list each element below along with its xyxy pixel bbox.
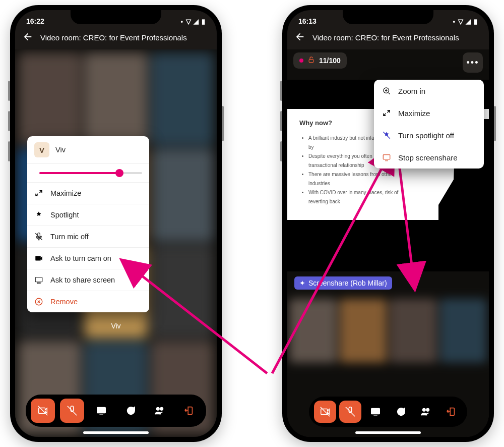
menu-remove[interactable]: Remove — [27, 291, 149, 312]
screenshare-badge-label: Screenshare (Rob Millar) — [308, 279, 387, 287]
status-time: 16:13 — [298, 17, 317, 25]
svg-point-3 — [132, 410, 133, 411]
menu-zoom-in-label: Zoom in — [398, 87, 425, 95]
menu-turn-mic-off[interactable]: Turn mic off — [27, 226, 149, 247]
svg-point-11 — [402, 411, 403, 412]
menu-spotlight[interactable]: Spotlight — [27, 204, 149, 226]
people-button[interactable] — [415, 401, 437, 423]
menu-maximize[interactable]: Maximize — [27, 182, 149, 204]
screenshare-badge[interactable]: ✦ Screenshare (Rob Millar) — [294, 276, 392, 290]
recording-dot-icon — [299, 59, 303, 63]
menu-maximize[interactable]: Maximize — [374, 102, 484, 124]
menu-maximize-label: Maximize — [398, 109, 430, 118]
volume-slider[interactable] — [39, 172, 142, 174]
home-indicator — [355, 431, 421, 434]
svg-point-4 — [157, 408, 160, 411]
participant-context-menu: V Viv Maximize — [27, 136, 149, 312]
app-header: Video room: CREO: for Event Professional… — [15, 27, 217, 49]
menu-stop-screenshare[interactable]: Stop screenshare — [374, 146, 484, 169]
menu-ask-cam-label: Ask to turn cam on — [50, 254, 142, 262]
screenshare-context-menu: Zoom in Maximize Turn spotlight off Stop… — [374, 80, 484, 169]
back-arrow-icon[interactable] — [22, 31, 33, 44]
room-title: Video room: CREO: for Event Professional… — [312, 33, 459, 43]
home-indicator — [83, 431, 149, 434]
svg-point-2 — [129, 410, 130, 411]
participant-count-chip[interactable]: 11/100 — [293, 52, 347, 69]
people-button[interactable] — [148, 399, 172, 423]
svg-rect-9 — [371, 409, 380, 414]
notch — [343, 10, 433, 24]
screenshare-button[interactable] — [364, 401, 387, 423]
menu-ask-share-label: Ask to share screen — [50, 276, 142, 284]
slide-bullet: With COVID over in many places, risk of … — [308, 188, 415, 206]
chat-button[interactable] — [118, 399, 143, 423]
menu-turn-spotlight-off[interactable]: Turn spotlight off — [374, 124, 484, 146]
lock-open-icon — [307, 56, 315, 65]
participant-name-label: Viv — [55, 146, 66, 154]
chat-button[interactable] — [390, 401, 412, 423]
mic-off-button[interactable] — [60, 399, 84, 423]
svg-rect-8 — [383, 155, 390, 159]
menu-maximize-label: Maximize — [50, 189, 142, 197]
phone-right: 16:13 • ▽ ◢ ▮ Video room: CREO: for Even… — [282, 5, 494, 442]
leave-button[interactable] — [177, 399, 201, 423]
svg-point-10 — [399, 411, 400, 412]
menu-stop-share-label: Stop screenshare — [398, 153, 458, 162]
back-arrow-icon[interactable] — [294, 31, 305, 44]
participant-thumbnails-blurred — [287, 297, 489, 365]
tile-caption: Viv — [111, 322, 120, 330]
more-options-button[interactable]: ••• — [463, 52, 483, 73]
leave-button[interactable] — [440, 401, 462, 423]
notch — [71, 10, 161, 24]
status-time: 16:22 — [26, 17, 44, 25]
menu-ask-share-screen[interactable]: Ask to share screen — [27, 269, 149, 291]
call-toolbar — [309, 397, 467, 427]
menu-spotlight-off-label: Turn spotlight off — [398, 131, 454, 140]
menu-turn-mic-off-label: Turn mic off — [50, 233, 142, 241]
svg-point-12 — [423, 409, 426, 412]
room-title: Video room: CREO: for Event Professional… — [40, 33, 187, 43]
volume-row[interactable] — [27, 163, 149, 182]
menu-ask-cam-on[interactable]: Ask to turn cam on — [27, 247, 149, 269]
camera-off-button[interactable] — [31, 399, 55, 423]
svg-rect-6 — [309, 60, 313, 63]
app-header: Video room: CREO: for Event Professional… — [287, 27, 489, 49]
menu-zoom-in[interactable]: Zoom in — [374, 80, 484, 102]
phone-left: 16:22 • ▽ ◢ ▮ Video room: CREO: for Even… — [10, 5, 222, 442]
mic-off-button[interactable] — [339, 401, 361, 423]
status-icons: • ▽ ◢ ▮ — [181, 18, 206, 25]
svg-rect-1 — [97, 408, 106, 413]
call-toolbar — [26, 395, 206, 427]
status-icons: • ▽ ◢ ▮ — [453, 18, 478, 25]
svg-point-13 — [426, 409, 429, 412]
menu-remove-label: Remove — [50, 298, 142, 306]
participant-count: 11/100 — [319, 57, 341, 65]
svg-point-5 — [160, 408, 163, 411]
menu-spotlight-label: Spotlight — [50, 211, 142, 219]
slide-bullet: There are massive lessons from other ind… — [308, 170, 415, 188]
screenshare-button[interactable] — [89, 399, 113, 423]
sparkle-icon: ✦ — [299, 279, 305, 287]
camera-off-button[interactable] — [314, 401, 336, 423]
avatar: V — [34, 142, 49, 157]
